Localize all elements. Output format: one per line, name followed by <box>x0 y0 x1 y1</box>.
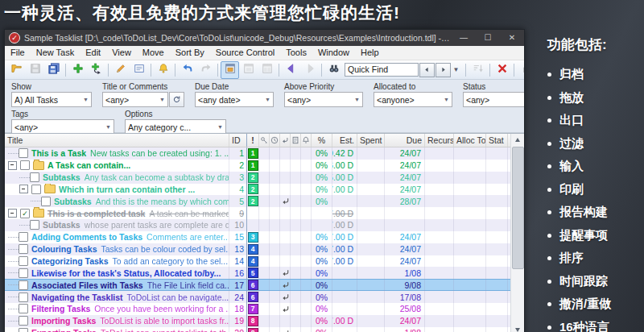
maximize-both-button[interactable] <box>258 61 276 79</box>
maximize-tasklist-button[interactable] <box>221 61 239 79</box>
column-header-filelink-icon[interactable] <box>291 134 301 147</box>
task-row[interactable]: Likewise for the task's Status, Allocate… <box>5 267 511 279</box>
tree-collapse-icon[interactable] <box>8 209 17 218</box>
column-header-recurs[interactable]: Recurs <box>425 134 454 147</box>
task-row[interactable]: Importing TasksToDoList is able to impor… <box>5 315 511 327</box>
menu-item-view[interactable]: View <box>106 46 137 60</box>
column-header-reminder-icon[interactable] <box>301 134 312 147</box>
quick-find-prev-button[interactable] <box>419 63 435 77</box>
quick-find-next-button[interactable] <box>436 63 451 77</box>
task-checkbox[interactable] <box>19 316 28 326</box>
title-bar[interactable]: ✓ Sample Tasklist [D:\_code\ToDoList_Dev… <box>5 30 524 46</box>
vertical-scrollbar[interactable] <box>510 134 524 332</box>
task-row[interactable]: ✓This is a completed taskA task can be m… <box>5 207 511 219</box>
task-checkbox[interactable] <box>19 256 28 266</box>
duedate-filter[interactable]: <any date>▼ <box>195 92 274 107</box>
quick-find-dropdown-icon[interactable]: ▼ <box>451 64 461 77</box>
task-checkbox[interactable] <box>19 148 28 158</box>
maximize-button[interactable]: ☐ <box>476 30 500 46</box>
new-subtask-button[interactable] <box>87 61 105 79</box>
task-checkbox[interactable] <box>30 220 39 230</box>
menu-item-file[interactable]: File <box>5 46 31 60</box>
task-checkbox[interactable] <box>20 160 30 170</box>
task-checkbox[interactable] <box>19 232 28 242</box>
delete-task-button[interactable] <box>493 61 511 79</box>
column-header-pct[interactable]: % <box>312 134 332 147</box>
priority-badge: 8 <box>248 316 258 326</box>
edit-task-button[interactable] <box>111 61 130 79</box>
task-row[interactable]: Adding Comments to TasksComments are ent… <box>5 231 511 243</box>
scrollbar-thumb[interactable] <box>512 147 524 269</box>
close-button[interactable]: ✕ <box>500 30 524 46</box>
task-checkbox[interactable] <box>19 304 28 313</box>
nav-back-button[interactable] <box>282 61 300 79</box>
task-row[interactable]: Navigating the TasklistToDoList can be n… <box>5 291 511 303</box>
open-tasklist-button[interactable] <box>7 61 26 79</box>
title-filter-options-button[interactable] <box>169 92 184 107</box>
title-filter[interactable]: <any>▼ <box>102 92 168 107</box>
column-header-clock-icon[interactable] <box>270 134 280 147</box>
task-row[interactable]: Which in turn can contain other ...420%7… <box>5 184 511 196</box>
lock-button[interactable] <box>517 61 525 79</box>
edit-notes-button[interactable] <box>130 61 148 79</box>
task-row[interactable]: Filtering TasksOnce you have been workin… <box>5 303 511 315</box>
column-header-est[interactable]: Est. <box>332 134 357 147</box>
column-header-alloc-to[interactable]: Alloc To <box>454 134 486 147</box>
task-row[interactable]: This is a TaskNew tasks can be created u… <box>5 147 511 160</box>
task-row[interactable]: SubtasksAny task can become a subtask by… <box>5 172 511 184</box>
column-header-priority[interactable]: ! <box>247 134 259 147</box>
undo-button[interactable] <box>178 61 196 79</box>
menu-item-move[interactable]: Move <box>137 46 170 60</box>
status-filter[interactable]: <any>▼ <box>463 92 525 107</box>
scroll-up-button[interactable] <box>511 134 523 146</box>
column-header-title[interactable]: Title <box>5 134 229 147</box>
save-tasklist-button[interactable] <box>26 61 44 79</box>
column-header-id[interactable]: ID <box>229 134 247 147</box>
menu-item-help[interactable]: Help <box>355 46 385 60</box>
task-checkbox[interactable] <box>19 293 28 302</box>
task-row[interactable]: Colouring TasksTasks can be colour coded… <box>5 243 511 255</box>
menu-item-source-control[interactable]: Source Control <box>210 46 280 60</box>
redo-button[interactable] <box>196 61 215 79</box>
nav-forward-button[interactable] <box>300 61 319 79</box>
task-row[interactable]: SubtasksAnd this is the means by which c… <box>5 195 511 207</box>
column-header-status[interactable]: Stat <box>486 134 508 147</box>
maximize-comments-button[interactable] <box>239 61 258 79</box>
priority-filter[interactable]: <any>▼ <box>284 92 363 107</box>
tree-collapse-icon[interactable] <box>8 161 17 170</box>
find-tasks-button[interactable] <box>324 61 343 79</box>
task-row[interactable]: Subtaskswhose parent tasks are complete … <box>5 219 511 231</box>
new-task-button[interactable] <box>68 61 87 79</box>
quick-find-input[interactable]: Quick Find <box>345 63 419 77</box>
task-checkbox[interactable] <box>19 280 28 290</box>
task-checkbox[interactable] <box>31 185 41 194</box>
task-checkbox[interactable] <box>19 328 28 332</box>
task-checkbox[interactable]: ✓ <box>20 209 30 218</box>
task-checkbox[interactable] <box>30 172 39 182</box>
save-all-button[interactable] <box>44 61 63 79</box>
column-header-lock-icon[interactable] <box>259 134 270 147</box>
task-checkbox[interactable] <box>19 268 28 278</box>
tree-collapse-icon[interactable] <box>19 185 28 193</box>
task-checkbox[interactable] <box>41 197 51 206</box>
task-row[interactable]: Associated Files with TasksThe File Link… <box>5 279 511 291</box>
show-filter[interactable]: A) All Tasks▼ <box>11 92 92 107</box>
task-checkbox[interactable] <box>19 244 28 254</box>
column-header-spent[interactable]: Spent <box>357 134 385 147</box>
menu-item-new-task[interactable]: New Task <box>31 46 80 60</box>
minimize-button[interactable]: — <box>452 30 476 46</box>
task-status-cell <box>486 255 508 268</box>
column-header-recurrence-icon[interactable] <box>280 134 291 147</box>
column-header-due[interactable]: Due <box>385 134 425 147</box>
menu-item-tools[interactable]: Tools <box>280 46 312 60</box>
menu-item-window[interactable]: Window <box>312 46 355 60</box>
task-row[interactable]: A Task can contain...210%26.00 D24/07 <box>5 160 511 172</box>
menu-item-edit[interactable]: Edit <box>80 46 106 60</box>
task-row[interactable]: Categorizing TasksTo add an category to … <box>5 255 511 268</box>
menu-item-sort-by[interactable]: Sort By <box>170 46 210 60</box>
allocto-filter[interactable]: <anyone>▼ <box>374 92 452 107</box>
task-row[interactable]: Exporting TasksToDoList can export taskl… <box>5 327 511 332</box>
scroll-down-button[interactable] <box>511 324 523 332</box>
sort-button[interactable] <box>469 61 487 79</box>
reminder-button[interactable] <box>154 61 172 79</box>
